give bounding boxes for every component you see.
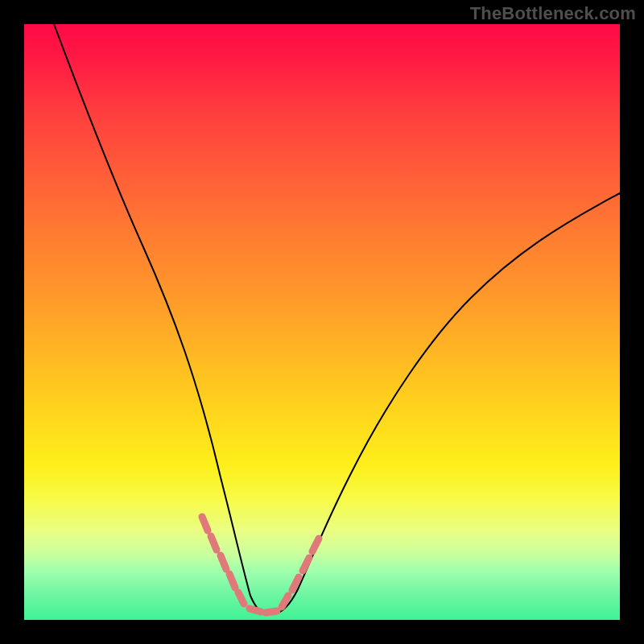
bottleneck-curve: [54, 24, 620, 613]
marker-dash: [250, 609, 261, 612]
marker-dash: [211, 536, 217, 550]
marker-dash: [229, 574, 235, 588]
curve-layer: [24, 24, 620, 620]
marker-dash: [312, 539, 319, 551]
marker-dash: [202, 517, 208, 530]
watermark-text: TheBottleneck.com: [470, 3, 636, 24]
marker-dash: [266, 611, 277, 613]
marker-dash: [303, 558, 309, 571]
marker-dash: [238, 592, 244, 604]
marker-dash: [221, 555, 226, 569]
plot-area: [24, 24, 620, 620]
salmon-dashes-group: [202, 517, 319, 613]
chart-frame: TheBottleneck.com: [0, 0, 644, 644]
